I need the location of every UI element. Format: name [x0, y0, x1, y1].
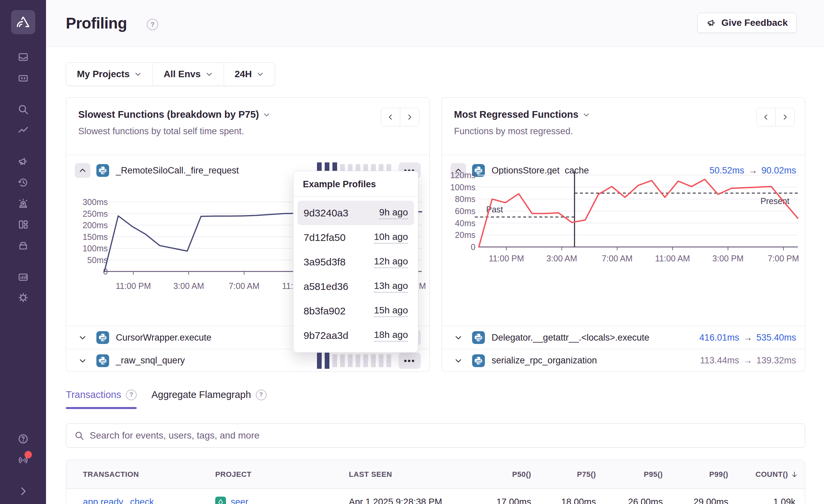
- col-p75[interactable]: P75(): [531, 470, 596, 479]
- dashboards-icon[interactable]: [17, 218, 29, 231]
- alerts-siren-icon[interactable]: [17, 198, 29, 210]
- megaphone-icon: [706, 18, 717, 28]
- profile-item[interactable]: a581ed36 13h ago: [297, 274, 414, 299]
- before-value[interactable]: 416.01ms: [699, 333, 739, 343]
- profile-id[interactable]: a581ed36: [304, 281, 348, 292]
- expand-sidebar-icon[interactable]: [17, 485, 29, 497]
- profile-id[interactable]: 8b3fa902: [304, 305, 346, 317]
- function-name[interactable]: _RemoteSiloCall._fire_request: [116, 165, 239, 176]
- svg-text:11:00 AM: 11:00 AM: [655, 254, 690, 263]
- expand-row-button[interactable]: [451, 353, 466, 368]
- page-help-icon[interactable]: ?: [147, 19, 158, 30]
- next-page-button[interactable]: [400, 108, 419, 127]
- after-value[interactable]: 535.40ms: [756, 333, 796, 343]
- profile-id[interactable]: 7d12fa50: [304, 232, 346, 243]
- project-filter[interactable]: My Projects: [66, 63, 152, 86]
- search-input[interactable]: [90, 430, 797, 441]
- function-row: serialize_rpc_organization 113.44ms → 13…: [442, 349, 805, 372]
- expand-row-button[interactable]: [75, 353, 90, 368]
- projects-code-icon[interactable]: [17, 72, 29, 84]
- performance-icon[interactable]: [17, 124, 29, 137]
- most-regressed-title-dropdown[interactable]: Most Regressed Functions: [454, 109, 793, 120]
- tab-transactions-label: Transactions: [66, 389, 121, 400]
- collapse-row-button[interactable]: [75, 163, 90, 178]
- transaction-link[interactable]: app.ready._check: [66, 497, 215, 504]
- give-feedback-button[interactable]: Give Feedback: [697, 13, 797, 33]
- col-p95[interactable]: P95(): [596, 470, 663, 479]
- stats-icon[interactable]: [17, 271, 29, 283]
- col-count-sorted[interactable]: COUNT(): [728, 470, 798, 479]
- prev-page-button[interactable]: [756, 108, 776, 127]
- most-regressed-panel: Most Regressed Functions Functions by mo…: [442, 97, 805, 372]
- flamegraph-help-icon[interactable]: ?: [256, 390, 267, 400]
- profile-item[interactable]: 7d12fa50 10h ago: [297, 225, 414, 250]
- python-platform-icon: [96, 354, 109, 367]
- project-link[interactable]: seer: [231, 497, 248, 504]
- profile-age-link[interactable]: 9h ago: [379, 207, 408, 219]
- function-name[interactable]: CursorWrapper.execute: [116, 333, 212, 343]
- slowest-pagination: [381, 108, 419, 127]
- profile-item[interactable]: 9b72aa3d 18h ago: [297, 323, 414, 348]
- p95-value: 26.00ms: [596, 497, 663, 504]
- profile-id[interactable]: 9d3240a3: [304, 207, 348, 219]
- col-p99[interactable]: P99(): [663, 470, 728, 479]
- next-page-button[interactable]: [775, 108, 795, 127]
- tab-aggregate-flamegraph[interactable]: Aggregate Flamegraph ?: [151, 389, 267, 409]
- chevron-down-icon: [454, 357, 462, 365]
- sort-desc-icon: [791, 471, 798, 478]
- after-value[interactable]: 139.32ms: [756, 355, 796, 366]
- chevron-down-icon: [583, 111, 590, 118]
- whats-new-broadcast-icon[interactable]: [17, 454, 29, 466]
- regression-delta: 113.44ms → 139.32ms: [700, 355, 796, 366]
- profile-age-link[interactable]: 13h ago: [374, 281, 408, 293]
- svg-text:0: 0: [471, 242, 475, 252]
- svg-text:7:00 PM: 7:00 PM: [768, 254, 799, 263]
- expand-row-button[interactable]: [75, 330, 90, 345]
- profile-id[interactable]: 9b72aa3d: [304, 330, 348, 341]
- profile-age-link[interactable]: 10h ago: [374, 232, 408, 244]
- svg-text:7:00 AM: 7:00 AM: [229, 281, 260, 291]
- profile-id[interactable]: 3a95d3f8: [304, 256, 346, 268]
- profile-item[interactable]: 8b3fa902 15h ago: [297, 299, 414, 323]
- search-icon[interactable]: [17, 103, 29, 115]
- transactions-help-icon[interactable]: ?: [126, 390, 137, 400]
- filter-bar: My Projects All Envs 24H: [66, 62, 275, 86]
- tab-transactions[interactable]: Transactions ?: [66, 389, 137, 409]
- svg-text:3:00 AM: 3:00 AM: [173, 281, 204, 291]
- project-cell[interactable]: seer: [215, 497, 349, 504]
- function-name[interactable]: Delegator.__getattr__.<locals>.execute: [492, 333, 649, 343]
- replays-history-icon[interactable]: [17, 177, 29, 189]
- profile-item[interactable]: 3a95d3f8 12h ago: [297, 250, 414, 274]
- profile-item[interactable]: 9d3240a3 9h ago: [297, 201, 414, 225]
- environment-filter[interactable]: All Envs: [152, 63, 223, 86]
- prev-page-button[interactable]: [381, 108, 400, 127]
- svg-text:11:00 PM: 11:00 PM: [489, 254, 524, 263]
- sentry-logo[interactable]: [11, 10, 35, 34]
- table-row[interactable]: app.ready._check seer Apr 1 2025 9:28:38…: [66, 489, 805, 504]
- search-icon: [74, 431, 84, 441]
- most-regressed-chart: 020ms40ms60ms80ms100ms120ms11:00 PM3:00 …: [442, 165, 805, 265]
- function-name[interactable]: _raw_snql_query: [116, 355, 185, 366]
- col-project[interactable]: PROJECT: [215, 470, 349, 479]
- svg-text:200ms: 200ms: [83, 220, 108, 230]
- expand-row-button[interactable]: [451, 330, 466, 345]
- before-value[interactable]: 113.44ms: [700, 355, 739, 366]
- col-last-seen[interactable]: LAST SEEN: [349, 470, 466, 479]
- profile-age-link[interactable]: 18h ago: [374, 330, 408, 342]
- search-bar[interactable]: [66, 423, 805, 448]
- col-p50[interactable]: P50(): [466, 470, 531, 479]
- issues-icon[interactable]: [17, 51, 29, 63]
- date-range-filter[interactable]: 24H: [224, 63, 275, 86]
- help-icon[interactable]: [17, 433, 29, 445]
- settings-gear-icon[interactable]: [17, 292, 29, 304]
- function-name[interactable]: serialize_rpc_organization: [492, 355, 597, 366]
- row-actions-button[interactable]: •••: [399, 353, 421, 369]
- releases-icon[interactable]: [17, 240, 29, 252]
- chevron-down-icon: [134, 70, 142, 78]
- last-seen-value: Apr 1 2025 9:28:38 PM: [349, 497, 466, 504]
- feedback-megaphone-icon[interactable]: [17, 155, 29, 167]
- profile-age-link[interactable]: 12h ago: [374, 256, 408, 268]
- profile-age-link[interactable]: 15h ago: [374, 305, 408, 317]
- slowest-functions-title-dropdown[interactable]: Slowest Functions (breakdown by P75): [78, 109, 417, 120]
- col-transaction[interactable]: TRANSACTION: [66, 470, 215, 479]
